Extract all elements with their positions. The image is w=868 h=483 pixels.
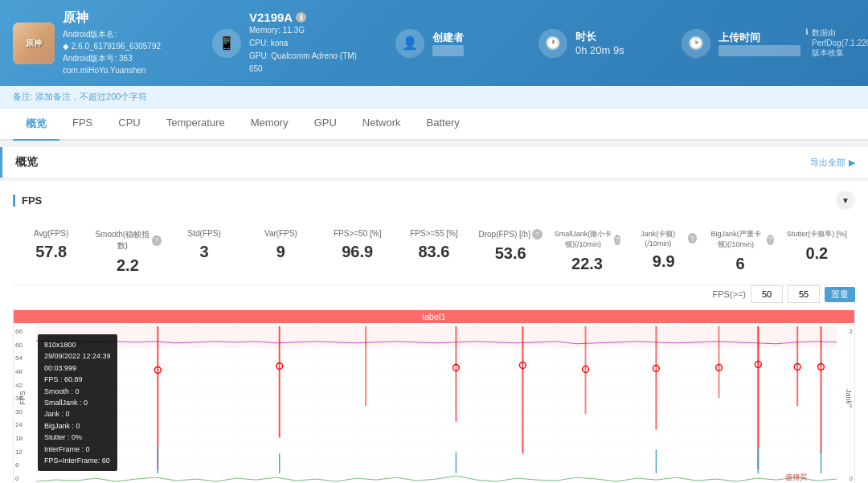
upload-stat: 🕑 上传时间 ████████████ xyxy=(682,29,786,58)
info-icon-small: ℹ xyxy=(805,27,809,36)
chart-container: label1 6660544842363024181260 FPS 210 Ja… xyxy=(13,309,855,483)
big-jank-info-icon[interactable]: ? xyxy=(767,235,774,245)
fps-section: FPS ▼ Avg(FPS) 57.8 Smooth(稳帧指数) ? 2.2 S… xyxy=(0,181,868,483)
app-icon xyxy=(13,23,55,64)
tooltip-inter-frame: InterFrame : 0 xyxy=(44,444,111,455)
fps-stat-jank: Jank(卡顿)(/10min) ? 9.9 xyxy=(625,226,702,274)
creator-icon: 👤 xyxy=(395,29,424,58)
fps-collapse-button[interactable]: ▼ xyxy=(836,190,855,210)
tab-battery[interactable]: Battery xyxy=(414,108,473,141)
tooltip-smooth: Smooth : 0 xyxy=(44,386,111,397)
tab-fps[interactable]: FPS xyxy=(59,108,105,141)
tab-memory[interactable]: Memory xyxy=(238,108,301,141)
fps-threshold-input-2[interactable] xyxy=(788,285,820,303)
export-button[interactable]: 导出全部 ▶ xyxy=(810,157,855,169)
tooltip-fps: FPS : 60.89 xyxy=(44,374,111,385)
creator-stat: 👤 创建者 ████ xyxy=(395,29,500,58)
tab-temperature[interactable]: Temperature xyxy=(154,108,238,141)
y-axis-fps-label: FPS xyxy=(18,391,27,405)
fps-stat-stutter: Stutter(卡顿率) [%] 0.2 xyxy=(779,226,855,266)
device-icon: 📱 xyxy=(212,29,241,58)
device-detail: Memory: 11.3G CPU: kona GPU: Qualcomm Ad… xyxy=(249,24,357,76)
app-version: 2.6.0_6179196_6305792 xyxy=(72,42,161,51)
tab-network[interactable]: Network xyxy=(350,108,414,141)
fps-stat-var: Var(FPS) 9 xyxy=(243,226,319,264)
tooltip-fps-inter: FPS=InterFrame: 60 xyxy=(44,455,111,466)
svg-rect-0 xyxy=(36,326,837,483)
duration-label: 时长 xyxy=(575,30,624,44)
device-name: V2199A ℹ xyxy=(249,10,357,24)
duration-icon: 🕐 xyxy=(538,29,567,58)
tab-gpu[interactable]: GPU xyxy=(301,108,350,141)
app-package: com.miHoYo.Yuanshen xyxy=(63,66,146,75)
app-diamond-icon: ◆ xyxy=(63,42,72,51)
fps-stat-small-jank: SmallJank(微小卡顿)(/10min) ? 22.3 xyxy=(549,226,625,276)
export-icon: ▶ xyxy=(849,158,855,168)
upload-value: ████████████ xyxy=(719,45,800,56)
tooltip-small-jank: SmallJank : 0 xyxy=(44,397,111,408)
app-info: 原神 Android版本名: ◆ 2.6.0_6179196_6305792 A… xyxy=(13,10,174,76)
upload-text: 上传时间 ████████████ xyxy=(719,31,800,56)
drop-info-icon[interactable]: ? xyxy=(532,229,542,239)
fps-stat-drop: Drop(FPS) [/h] ? 53.6 xyxy=(473,226,549,266)
device-text: V2199A ℹ Memory: 11.3G CPU: kona GPU: Qu… xyxy=(249,10,357,76)
fps-stat-fps50: FPS>=50 [%] 96.9 xyxy=(319,226,395,264)
tooltip-jank: Jank : 0 xyxy=(44,408,111,420)
jank-info-icon[interactable]: ? xyxy=(688,233,698,244)
android-build-label: Android版本号: xyxy=(63,54,117,63)
tab-cpu[interactable]: CPU xyxy=(105,108,153,141)
duration-text: 时长 0h 20m 9s xyxy=(575,30,624,56)
duration-stat: 🕐 时长 0h 20m 9s xyxy=(538,29,643,58)
creator-text: 创建者 ████ xyxy=(432,31,464,56)
app-text: 原神 Android版本名: ◆ 2.6.0_6179196_6305792 A… xyxy=(63,10,161,76)
overview-section-header: 概览 导出全部 ▶ xyxy=(0,147,868,178)
creator-value: ████ xyxy=(432,45,464,56)
fps-threshold-label: FPS(>=) xyxy=(712,289,746,299)
tooltip-resolution: 810x1800 xyxy=(44,339,111,350)
export-label: 导出全部 xyxy=(810,157,845,169)
android-version-label: Android版本名: xyxy=(63,30,117,39)
svg-rect-1 xyxy=(36,326,837,348)
watermark: 值得买 xyxy=(785,473,807,483)
duration-value: 0h 20m 9s xyxy=(575,44,624,56)
fps-stat-smooth: Smooth(稳帧指数) ? 2.2 xyxy=(89,226,166,278)
device-info-icon[interactable]: ℹ xyxy=(296,12,306,23)
fps-set-button[interactable]: 置量 xyxy=(825,287,855,302)
fps-section-title: FPS xyxy=(13,194,42,207)
chart-wrapper: label1 6660544842363024181260 FPS 210 Ja… xyxy=(13,309,855,483)
upload-icon: 🕑 xyxy=(682,29,710,58)
creator-label: 创建者 xyxy=(432,31,464,45)
notes-bar[interactable]: 备注: 添加备注，不超过200个字符 xyxy=(0,86,868,108)
fps-stat-avg: Avg(FPS) 57.8 xyxy=(13,226,89,264)
fps-stat-fps55: FPS>=55 [%] 83.6 xyxy=(395,226,472,264)
chart-tooltip: 810x1800 29/09/2022 12:24:39 00:03:999 F… xyxy=(38,334,117,471)
small-jank-info-icon[interactable]: ? xyxy=(614,235,620,245)
nav-tabs: 概览 FPS CPU Temperature Memory GPU Networ… xyxy=(0,108,868,141)
app-build: 363 xyxy=(119,54,133,63)
chart-controls: FPS(>=) 置量 xyxy=(13,285,855,303)
notes-text[interactable]: 备注: 添加备注，不超过200个字符 xyxy=(13,92,147,101)
data-source: ℹ 数据由PerfDog(7.1.220544)版本收集 xyxy=(805,27,868,59)
fps-threshold-input-1[interactable] xyxy=(751,285,783,303)
fps-stat-big-jank: BigJank(严重卡顿)(/10min) ? 6 xyxy=(702,226,778,276)
tooltip-offset: 00:03:999 xyxy=(44,362,111,374)
fps-stats-row: Avg(FPS) 57.8 Smooth(稳帧指数) ? 2.2 Std(FPS… xyxy=(13,219,855,285)
fps-section-header: FPS ▼ xyxy=(13,190,855,210)
tooltip-datetime: 29/09/2022 12:24:39 xyxy=(44,350,111,362)
header: 原神 Android版本名: ◆ 2.6.0_6179196_6305792 A… xyxy=(0,0,868,86)
tab-overview[interactable]: 概览 xyxy=(13,108,59,141)
smooth-info-icon[interactable]: ? xyxy=(152,235,161,246)
tooltip-big-jank: BigJank : 0 xyxy=(44,420,111,432)
fps-chart-svg xyxy=(36,326,837,483)
device-info: 📱 V2199A ℹ Memory: 11.3G CPU: kona GPU: … xyxy=(212,10,357,76)
fps-stat-std: Std(FPS) 3 xyxy=(166,226,243,264)
overview-title: 概览 xyxy=(15,155,38,170)
upload-label: 上传时间 xyxy=(719,31,800,45)
chart-label-bar: label1 xyxy=(14,310,854,323)
tooltip-stutter: Stutter : 0% xyxy=(44,432,111,443)
app-detail: Android版本名: ◆ 2.6.0_6179196_6305792 Andr… xyxy=(63,28,161,76)
y-axis-jank-label: Jank xyxy=(845,389,853,404)
app-name: 原神 xyxy=(63,10,161,27)
